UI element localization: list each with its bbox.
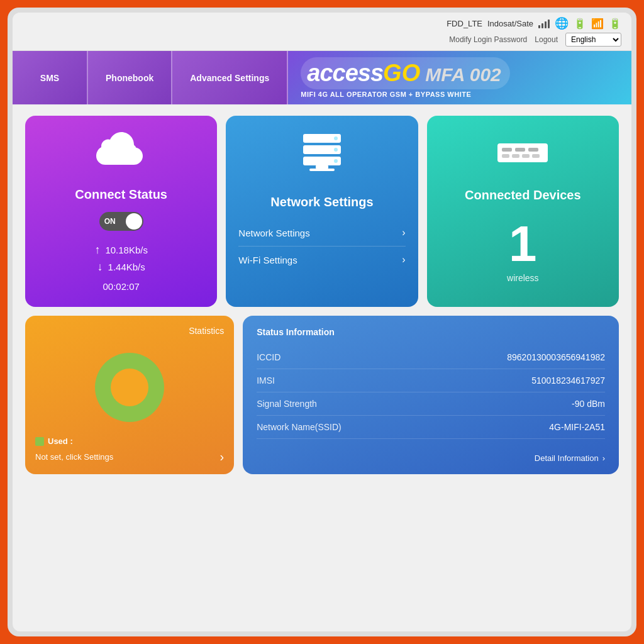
router-icon (494, 131, 551, 175)
signal-strength-value: -90 dBm (572, 399, 605, 409)
modify-password-link[interactable]: Modify Login Password (449, 35, 527, 44)
iccid-row: ICCID 89620130003656941982 (257, 346, 605, 369)
donut-chart (35, 343, 224, 431)
svg-rect-10 (515, 148, 525, 152)
wifi-icon: 📶 (591, 18, 604, 30)
network-type-label: FDD_LTE (447, 19, 482, 28)
svg-rect-7 (309, 169, 335, 171)
upload-arrow-icon: ↑ (94, 243, 100, 257)
wifi-settings-link[interactable]: Wi-Fi Settings › (238, 247, 405, 273)
signal-bars-icon (538, 18, 550, 28)
network-info: FDD_LTE Indosat/Sate 🌐 🔋 📶 (447, 16, 621, 30)
settings-chevron-icon[interactable]: › (219, 450, 224, 464)
logo-go-text: GO (383, 60, 420, 87)
svg-rect-9 (502, 148, 512, 152)
imsi-label: IMSI (257, 375, 275, 386)
legend-dot (35, 437, 44, 446)
device-type-label: wireless (507, 273, 539, 283)
nav-bar: SMS Phonebook Advanced Settings accessGO… (13, 51, 631, 106)
legend-row: Used : (35, 436, 224, 446)
svg-rect-14 (522, 154, 530, 158)
nav-item-phonebook[interactable]: Phonebook (88, 51, 172, 104)
server-icon (297, 131, 347, 182)
device-count: 1 (509, 219, 537, 269)
brand-logo: accessGO MFA 002 MIFI 4G ALL OPERATOR GS… (288, 51, 631, 104)
not-set-label: Not set, click Settings (35, 452, 113, 462)
iccid-label: ICCID (257, 352, 280, 362)
detail-chevron-icon: › (602, 453, 605, 463)
upload-speed-row: ↑ 10.18Kb/s (94, 243, 148, 257)
download-arrow-icon: ↓ (97, 260, 103, 274)
connect-status-title: Connect Status (75, 187, 167, 202)
chevron-right-icon: › (402, 227, 405, 238)
network-settings-title: Network Settings (270, 195, 373, 209)
logout-link[interactable]: Logout (535, 35, 558, 44)
detail-info-link[interactable]: Detail Information › (257, 447, 605, 463)
imsi-row: IMSI 510018234617927 (257, 369, 605, 392)
connected-devices-card: Connected Devices 1 wireless (427, 116, 619, 307)
cloud-check-icon (96, 131, 147, 177)
signal-strength-row: Signal Strength -90 dBm (257, 392, 605, 416)
operator-label: Indosat/Sate (487, 19, 533, 28)
battery-icon: 🔋 (574, 18, 586, 30)
toggle-thumb (126, 213, 142, 230)
ssid-label: Network Name(SSID) (257, 422, 341, 432)
svg-point-4 (334, 148, 338, 152)
chevron-right-icon: › (402, 254, 405, 265)
network-settings-card: Network Settings Network Settings › Wi-F… (226, 116, 418, 307)
connected-devices-title: Connected Devices (465, 188, 581, 203)
status-info-card: Status Information ICCID 896201300036569… (243, 316, 619, 474)
full-battery-icon: 🔋 (609, 18, 621, 30)
connection-timer: 00:02:07 (103, 281, 139, 292)
svg-point-5 (334, 159, 338, 163)
statistics-title: Statistics (35, 326, 224, 336)
svg-rect-12 (502, 154, 509, 158)
statistics-card: Statistics Used : Not set, click Setting… (25, 316, 234, 474)
ssid-value: 4G-MIFI-2A51 (549, 422, 605, 432)
download-speed-row: ↓ 1.44Kb/s (97, 260, 145, 274)
nav-item-advanced[interactable]: Advanced Settings (172, 51, 288, 104)
connect-status-card: Connect Status ON ↑ 10.18Kb/s ↓ 1.44Kb/s… (25, 116, 217, 307)
logo-access-text: access (307, 60, 383, 87)
globe-icon: 🌐 (555, 16, 569, 30)
detail-info-label: Detail Information (535, 453, 599, 463)
legend-label: Used : (48, 436, 73, 446)
download-speed-value: 1.44Kb/s (108, 262, 145, 272)
top-bar: FDD_LTE Indosat/Sate 🌐 🔋 📶 (13, 13, 631, 51)
svg-rect-8 (497, 143, 548, 162)
signal-strength-label: Signal Strength (257, 399, 317, 409)
svg-point-3 (334, 136, 338, 140)
toggle-label: ON (104, 217, 116, 226)
network-settings-link[interactable]: Network Settings › (238, 219, 405, 247)
svg-point-17 (111, 369, 148, 406)
imsi-value: 510018234617927 (531, 375, 605, 386)
upload-speed-value: 10.18Kb/s (105, 245, 148, 255)
svg-rect-13 (512, 154, 519, 158)
iccid-value: 89620130003656941982 (507, 352, 605, 362)
ssid-row: Network Name(SSID) 4G-MIFI-2A51 (257, 416, 605, 439)
nav-item-sms[interactable]: SMS (13, 51, 88, 104)
logo-model-text: MFA 002 (425, 64, 501, 86)
language-select[interactable]: English Indonesian Chinese (565, 33, 621, 47)
connection-toggle[interactable]: ON (99, 212, 143, 231)
svg-rect-11 (528, 148, 538, 152)
svg-rect-6 (316, 165, 328, 169)
status-info-title: Status Information (257, 327, 605, 337)
logo-subtitle: MIFI 4G ALL OPERATOR GSM + BYPASS WHITE (301, 91, 510, 98)
svg-rect-15 (532, 154, 540, 158)
